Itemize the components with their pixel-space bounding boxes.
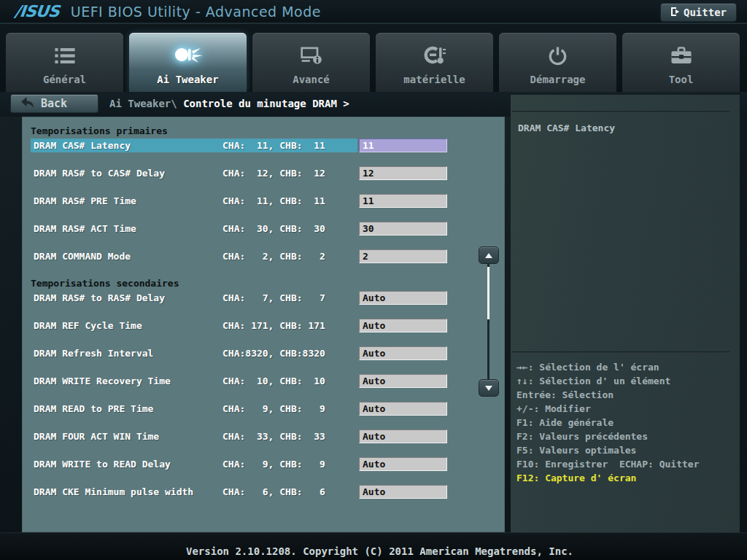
- tab-label: Tool: [622, 74, 740, 85]
- scroll-up-button[interactable]: [479, 246, 499, 264]
- setting-row[interactable]: DRAM RAS# to CAS# Delay CHA: 12, CHB: 12…: [22, 166, 505, 180]
- row-channel-values: CHA: 2, CHB: 2: [222, 251, 325, 262]
- shortcut-line: F2: Valeurs précédentes: [516, 429, 699, 443]
- setting-row[interactable]: DRAM Refresh Interval CHA:8320, CHB:8320…: [22, 346, 505, 360]
- tab-avance[interactable]: Avancé: [252, 33, 370, 92]
- exit-door-icon: [670, 7, 680, 19]
- setting-row-bar: DRAM WRITE Recovery Time CHA: 10, CHB: 1…: [31, 374, 357, 388]
- row-channel-values: CHA: 33, CHB: 33: [222, 431, 325, 442]
- shortcut-line: +/-: Modifier: [516, 402, 699, 416]
- row-value-field[interactable]: Auto: [359, 291, 447, 305]
- triangle-down-icon: [485, 386, 492, 391]
- row-label: DRAM RAS# PRE Time: [34, 195, 222, 206]
- setting-row[interactable]: DRAM RAS# ACT Time CHA: 30, CHB: 30 30: [22, 222, 505, 236]
- monitor-info-icon: [252, 42, 370, 69]
- setting-row[interactable]: DRAM WRITE Recovery Time CHA: 10, CHB: 1…: [22, 374, 505, 388]
- row-label: DRAM FOUR ACT WIN Time: [34, 431, 222, 442]
- tab-label: matérielle: [376, 74, 493, 85]
- breadcrumb-current: Controle du minutage DRAM >: [183, 98, 349, 109]
- asus-logo: /ISUS: [14, 2, 60, 20]
- tab-materielle[interactable]: matérielle: [376, 33, 493, 92]
- setting-row-bar: DRAM RAS# to RAS# Delay CHA: 7, CHB: 7: [31, 291, 357, 305]
- setting-row[interactable]: DRAM FOUR ACT WIN Time CHA: 33, CHB: 33 …: [22, 429, 505, 443]
- divider: [512, 111, 729, 112]
- settings-panel: Temporisations primaires DRAM CAS# Laten…: [22, 117, 505, 532]
- setting-row[interactable]: DRAM CAS# Latency CHA: 11, CHB: 11 11: [22, 139, 505, 152]
- row-value-field[interactable]: 11: [359, 139, 447, 152]
- scroll-down-button[interactable]: [479, 379, 499, 397]
- tab-general[interactable]: Général: [6, 33, 123, 92]
- shortcut-line: F5: Valeurs optimales: [516, 443, 699, 457]
- footer-bar: Version 2.10.1208. Copyright (C) 2011 Am…: [0, 532, 747, 560]
- setting-row-bar: DRAM Refresh Interval CHA:8320, CHB:8320: [31, 346, 357, 360]
- triangle-up-icon: [485, 253, 492, 258]
- row-channel-values: CHA: 11, CHB: 11: [222, 140, 325, 151]
- setting-row-bar: DRAM RAS# PRE Time CHA: 11, CHB: 11: [31, 194, 357, 208]
- row-value-field[interactable]: Auto: [359, 346, 447, 360]
- shortcut-line: F1: Aide générale: [516, 416, 699, 429]
- back-button[interactable]: Back: [10, 94, 98, 113]
- divider: [512, 351, 729, 353]
- setting-row[interactable]: DRAM RAS# PRE Time CHA: 11, CHB: 11 11: [22, 194, 505, 208]
- tab-label: Ai Tweaker: [129, 74, 247, 85]
- row-channel-values: CHA: 6, CHB: 6: [222, 486, 325, 497]
- row-value-field[interactable]: 11: [359, 194, 447, 208]
- row-label: DRAM REF Cycle Time: [34, 320, 222, 331]
- row-label: DRAM CAS# Latency: [34, 140, 222, 151]
- toolbox-icon: [622, 42, 740, 69]
- row-channel-values: CHA: 11, CHB: 11: [222, 195, 325, 206]
- shortcut-line: ↑↓: Sélection d' un élément: [516, 374, 699, 388]
- row-value-field[interactable]: Auto: [359, 457, 447, 471]
- setting-row[interactable]: DRAM REF Cycle Time CHA: 171, CHB: 171 A…: [22, 319, 505, 332]
- comet-icon: [129, 42, 247, 69]
- breadcrumb-parent[interactable]: Ai Tweaker\: [109, 98, 177, 109]
- setting-row-bar: DRAM REF Cycle Time CHA: 171, CHB: 171: [31, 319, 357, 332]
- list-icon: [6, 42, 123, 69]
- setting-row-bar: DRAM CKE Minimum pulse width CHA: 6, CHB…: [31, 485, 357, 499]
- header-bar: /ISUS UEFI BIOS Utility - Advanced Mode …: [0, 0, 747, 24]
- tab-label: Démarrage: [499, 74, 616, 85]
- back-arrow-icon: [20, 96, 34, 112]
- row-value-field[interactable]: Auto: [359, 319, 447, 332]
- setting-row[interactable]: DRAM RAS# to RAS# Delay CHA: 7, CHB: 7 A…: [22, 291, 505, 305]
- setting-row-bar: DRAM FOUR ACT WIN Time CHA: 33, CHB: 33: [31, 429, 357, 443]
- scrollbar-thumb[interactable]: [487, 267, 489, 319]
- setting-row-bar: DRAM RAS# ACT Time CHA: 30, CHB: 30: [31, 222, 357, 236]
- row-value-field[interactable]: 12: [359, 166, 447, 180]
- shortcut-line: Entrée: Sélection: [516, 388, 699, 402]
- exit-button-label: Quitter: [684, 7, 727, 18]
- row-value-field[interactable]: 30: [359, 222, 447, 236]
- row-value-field[interactable]: Auto: [359, 374, 447, 388]
- settings-section: Temporisations secondaires DRAM RAS# to …: [22, 279, 505, 499]
- tab-tool[interactable]: Tool: [622, 33, 740, 92]
- row-label: DRAM RAS# ACT Time: [34, 223, 222, 234]
- row-value-field[interactable]: Auto: [359, 402, 447, 416]
- row-label: DRAM COMMAND Mode: [34, 251, 222, 262]
- tab-label: Avancé: [252, 74, 370, 85]
- exit-button[interactable]: Quitter: [660, 3, 737, 22]
- setting-row[interactable]: DRAM READ to PRE Time CHA: 9, CHB: 9 Aut…: [22, 402, 505, 416]
- tab-demarrage[interactable]: Démarrage: [499, 33, 616, 92]
- row-label: DRAM RAS# to RAS# Delay: [34, 292, 222, 303]
- tab-ai-tweaker[interactable]: Ai Tweaker: [129, 33, 247, 92]
- setting-row[interactable]: DRAM CKE Minimum pulse width CHA: 6, CHB…: [22, 485, 505, 499]
- setting-row-bar: DRAM CAS# Latency CHA: 11, CHB: 11: [31, 139, 357, 152]
- row-channel-values: CHA: 171, CHB: 171: [222, 320, 325, 331]
- row-channel-values: CHA: 10, CHB: 10: [222, 376, 325, 386]
- row-value-field[interactable]: Auto: [359, 485, 447, 499]
- setting-row[interactable]: DRAM COMMAND Mode CHA: 2, CHB: 2 2: [22, 249, 505, 263]
- version-text: Version 2.10.1208. Copyright (C) 2011 Am…: [186, 545, 573, 557]
- setting-row-bar: DRAM RAS# to CAS# Delay CHA: 12, CHB: 12: [31, 166, 357, 180]
- section-rows: DRAM CAS# Latency CHA: 11, CHB: 11 11 DR…: [22, 139, 505, 263]
- back-button-label: Back: [41, 97, 67, 110]
- row-label: DRAM READ to PRE Time: [34, 403, 222, 414]
- row-label: DRAM Refresh Interval: [34, 348, 222, 359]
- setting-row-bar: DRAM COMMAND Mode CHA: 2, CHB: 2: [31, 249, 357, 263]
- section-rows: DRAM RAS# to RAS# Delay CHA: 7, CHB: 7 A…: [22, 291, 505, 499]
- row-value-field[interactable]: Auto: [359, 429, 447, 443]
- breadcrumb: Ai Tweaker\ Controle du minutage DRAM >: [109, 98, 349, 109]
- row-value-field[interactable]: 2: [359, 249, 447, 263]
- row-label: DRAM CKE Minimum pulse width: [34, 486, 222, 497]
- setting-row[interactable]: DRAM WRITE to READ Delay CHA: 9, CHB: 9 …: [22, 457, 505, 471]
- row-channel-values: CHA: 12, CHB: 12: [222, 168, 325, 179]
